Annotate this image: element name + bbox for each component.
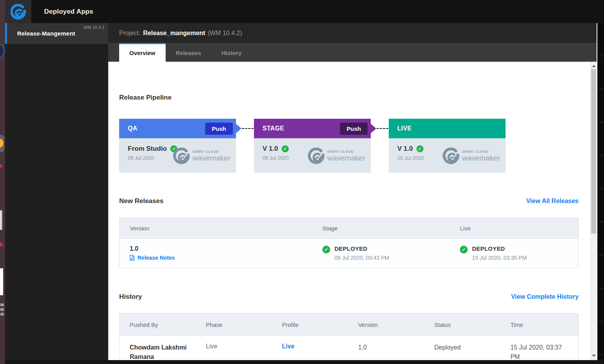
check-circle-icon: ✓ <box>282 145 289 152</box>
release-version: 1.0 <box>130 245 312 252</box>
vertical-scrollbar[interactable] <box>590 62 597 360</box>
live-status: DEPLOYED <box>472 245 527 252</box>
wavemaker-wave-icon <box>11 4 26 20</box>
logo-text-top: DEMO CLOUD <box>327 150 365 153</box>
pipeline-cards: QA Push From Studio ✓ 09 Jul 2020 <box>119 119 579 173</box>
table-header-row: Version Stage Live <box>120 218 578 239</box>
tab-history[interactable]: History <box>211 43 252 62</box>
background-window-strip <box>598 23 604 360</box>
content-area: Release Pipeline QA Push From Studio ✓ <box>108 62 597 360</box>
dock-app-icon[interactable] <box>0 42 5 60</box>
demo-cloud-logo: DEMO CLOUD wavemaker <box>307 148 365 164</box>
live-card-header: LIVE <box>389 119 506 138</box>
column-header-time: Time <box>500 321 578 328</box>
notification-dot <box>0 243 3 246</box>
history-profile-link[interactable]: Live <box>282 343 348 350</box>
stage-status: DEPLOYED <box>334 245 389 252</box>
document-icon <box>130 255 135 261</box>
stage-card-body: V 1.0 ✓ 09 Jul 2020 DEMO CLOUD wavemaker <box>254 138 371 173</box>
column-header-stage: Stage <box>312 225 450 232</box>
qa-version-label: From Studio <box>128 145 167 153</box>
logo-text-bottom: wavemaker <box>193 154 231 162</box>
table-row: Chowdam Lakshmi Ramana Live Live 1.0 Dep… <box>120 336 578 360</box>
notification-dot <box>0 164 2 168</box>
history-status: Deployed <box>434 343 493 352</box>
project-label: Project: <box>119 30 140 37</box>
scrollbar-thumb[interactable] <box>591 69 596 234</box>
main-panel: Project: Release_mangement (WM 10.4.2) O… <box>108 23 597 360</box>
pipeline-connector <box>242 128 254 129</box>
column-header-version: Version <box>120 225 312 232</box>
wavemaker-wave-icon <box>173 148 191 164</box>
project-name: Release_mangement <box>143 30 205 37</box>
pipeline-heading: Release Pipeline <box>119 94 579 102</box>
stage-name: QA <box>128 125 138 132</box>
dock-icon-fragment <box>0 313 4 316</box>
pipeline-connector <box>377 128 388 129</box>
qa-card-body: From Studio ✓ 09 Jul 2020 DEMO CLOUD wav… <box>119 138 236 173</box>
column-header-live: Live <box>450 225 578 232</box>
stage-name: STAGE <box>263 125 284 132</box>
wavemaker-logo-tile[interactable] <box>5 0 31 23</box>
sidebar-item-release-management[interactable]: Release-Mangement WM 10.4.2 <box>5 23 108 44</box>
view-all-releases-link[interactable]: View All Releases <box>526 198 579 205</box>
sidebar-item-label: Release-Mangement <box>17 30 75 37</box>
table-row: 1.0 Release Notes ✓ DEPLOYED <box>120 239 578 268</box>
new-releases-heading: New Releases <box>119 197 163 205</box>
check-circle-icon: ✓ <box>460 246 468 253</box>
column-header-status: Status <box>424 321 500 328</box>
demo-cloud-logo: DEMO CLOUD wavemaker <box>442 148 500 164</box>
logo-text-top: DEMO CLOUD <box>193 150 231 153</box>
qa-card-header: QA Push <box>119 119 236 138</box>
release-notes-link[interactable]: Release Notes <box>130 255 312 261</box>
stage-version-label: V 1.0 <box>263 145 278 153</box>
sidebar: Release-Mangement WM 10.4.2 <box>5 23 108 360</box>
dock-window-thumbnail[interactable] <box>0 210 3 230</box>
wavemaker-wave-icon <box>307 148 325 164</box>
scroll-down-arrow-icon[interactable] <box>592 355 596 357</box>
app-title: Deployed Apps <box>44 0 93 23</box>
history-pushed-by: Chowdam Lakshmi Ramana <box>130 343 192 360</box>
history-table: Pushed By Phase Profile Version Status T… <box>119 313 579 360</box>
column-header-pushed-by: Pushed By <box>120 321 196 328</box>
new-releases-table: Version Stage Live 1.0 Release Notes <box>119 218 579 268</box>
wavemaker-wave-icon <box>442 148 460 164</box>
dock-icon-fragment <box>0 308 4 311</box>
stage-deploy-time: 09 Jul 2020, 03:43 PM <box>334 255 389 261</box>
tab-bar: Overview Releases History <box>108 43 597 62</box>
dock-window-thumbnail[interactable] <box>0 268 3 295</box>
logo-text-bottom: wavemaker <box>327 154 365 162</box>
history-phase: Live <box>206 343 272 350</box>
column-header-profile: Profile <box>272 321 348 328</box>
demo-cloud-logo: DEMO CLOUD wavemaker <box>173 148 231 164</box>
dock-icon-fragment <box>0 303 4 306</box>
project-version: (WM 10.4.2) <box>207 30 242 37</box>
pipeline-card-stage: STAGE Push V 1.0 ✓ 09 Jul 2020 <box>254 119 371 173</box>
app-window: Deployed Apps Release-Mangement WM 10.4.… <box>5 0 604 364</box>
sidebar-item-version: WM 10.4.2 <box>84 25 104 30</box>
scroll-up-arrow-icon[interactable] <box>592 65 596 67</box>
live-deploy-time: 15 Jul 2020, 03:35 PM <box>472 255 527 261</box>
column-header-version: Version <box>348 321 424 328</box>
view-complete-history-link[interactable]: View Complete History <box>511 293 579 300</box>
os-dock-strip <box>0 0 5 364</box>
stage-name: LIVE <box>397 125 412 132</box>
top-app-bar: Deployed Apps <box>5 0 604 23</box>
stage-card-header: STAGE Push <box>254 119 371 138</box>
tab-overview[interactable]: Overview <box>119 43 166 62</box>
tab-releases[interactable]: Releases <box>166 43 211 62</box>
live-card-body: V 1.0 ✓ 15 Jul 2020 DEMO CLOUD wavemaker <box>389 138 506 173</box>
history-version: 1.0 <box>358 343 417 352</box>
check-circle-icon: ✓ <box>416 145 424 152</box>
stage-push-button[interactable]: Push <box>340 123 368 135</box>
history-heading: History <box>119 293 142 301</box>
logo-text-bottom: wavemaker <box>462 154 500 162</box>
history-time: 15 Jul 2020, 03:37 PM <box>510 343 569 360</box>
column-header-phase: Phase <box>196 321 272 328</box>
table-header-row: Pushed By Phase Profile Version Status T… <box>120 314 578 336</box>
qa-push-button[interactable]: Push <box>205 123 233 135</box>
pipeline-card-qa: QA Push From Studio ✓ 09 Jul 2020 <box>119 119 236 173</box>
logo-text-top: DEMO CLOUD <box>462 150 500 153</box>
project-header: Project: Release_mangement (WM 10.4.2) <box>108 23 597 43</box>
bottom-bar <box>5 360 604 364</box>
